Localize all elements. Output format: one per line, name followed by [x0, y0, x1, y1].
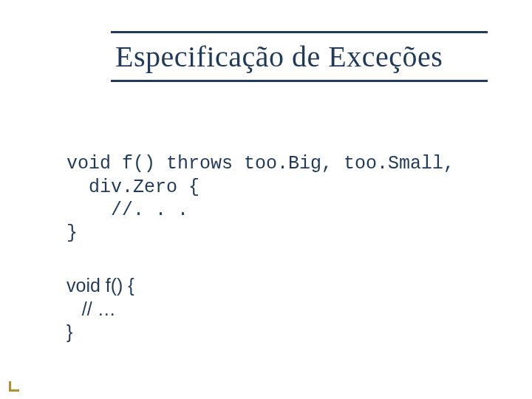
code-block-plain: void f() { // … }: [66, 251, 134, 344]
page-title: Especificação de Exceções: [111, 33, 488, 80]
code-line: void f() {: [66, 275, 134, 296]
code-block-throws: void f() throws too.Big, too.Small, div.…: [66, 129, 454, 245]
code-line: }: [66, 222, 78, 244]
code-line: void f() throws too.Big, too.Small,: [66, 153, 454, 174]
code-line: }: [66, 321, 72, 342]
corner-decoration-icon: [9, 380, 21, 392]
rule-bottom: [111, 80, 488, 82]
code-line: //. . .: [66, 200, 188, 221]
title-block: Especificação de Exceções: [111, 31, 488, 82]
code-line: div.Zero {: [66, 177, 200, 198]
code-line: // …: [66, 299, 116, 319]
